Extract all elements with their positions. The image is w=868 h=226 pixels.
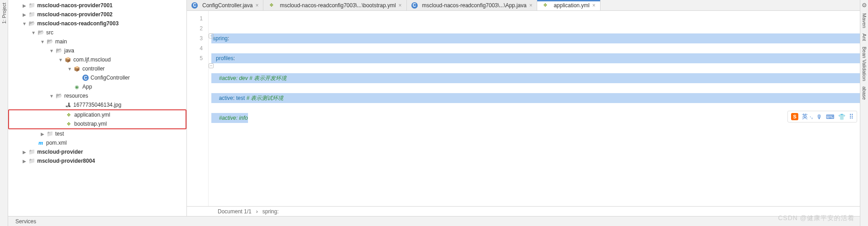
highlighted-files-box: application.yml bootstrap.yml — [8, 109, 186, 129]
tab-config-controller[interactable]: ConfigController.java× — [187, 0, 263, 10]
tree-node-file[interactable]: application.yml — [9, 110, 186, 119]
bottom-toolwindow-stripe: Services — [8, 216, 868, 226]
project-tool-tab[interactable]: 1: Project — [0, 0, 8, 26]
chevron-right-icon[interactable] — [39, 132, 46, 137]
tree-label: mscloud-provider8004 — [37, 158, 95, 164]
services-tool-tab[interactable]: Services — [15, 218, 36, 225]
ant-tool-tab[interactable]: Ant — [860, 31, 868, 44]
line-number: 4 — [187, 43, 203, 53]
ime-toolbar[interactable]: S 英 ·, 🎙 ⌨ 👕 ⠿ — [787, 111, 857, 122]
mic-icon[interactable]: 🎙 — [816, 113, 822, 120]
bean-validation-tool-tab[interactable]: Bean Validation — [860, 44, 868, 84]
tree-label: controller — [82, 66, 105, 72]
tree-node-package[interactable]: controller — [8, 64, 186, 73]
tree-label: pom.xml — [46, 140, 67, 146]
main-content: mscloud-nacos-provider7001 mscloud-nacos… — [8, 0, 868, 226]
tree-node-module[interactable]: mscloud-nacos-readconfig7003 — [8, 19, 186, 28]
runnable-class-icon — [73, 83, 81, 90]
code-comment: #active: info — [219, 115, 248, 121]
line-number: 5 — [187, 53, 203, 63]
abase-tool-tab[interactable]: abase — [860, 84, 868, 103]
code-token: spring — [213, 35, 228, 42]
tree-node-module[interactable]: mscloud-provider — [8, 147, 186, 156]
tab-bootstrap-yml[interactable]: mscloud-nacos-readconfig7003\...\bootstr… — [263, 0, 406, 10]
breadcrumb-item[interactable]: spring: — [262, 208, 279, 215]
chevron-right-icon[interactable] — [21, 159, 28, 164]
tree-node-folder[interactable]: src — [8, 28, 186, 37]
tree-label: application.yml — [74, 112, 110, 118]
tree-node-package[interactable]: com.ljf.mscloud — [8, 55, 186, 64]
left-toolwindow-stripe: 1: Project — [0, 0, 8, 226]
tree-node-file[interactable]: 1677735046134.jpg — [8, 100, 186, 109]
tab-label: ConfigController.java — [202, 2, 253, 9]
close-icon[interactable]: × — [255, 2, 258, 9]
chevron-down-icon[interactable] — [66, 66, 73, 71]
chevron-down-icon[interactable] — [30, 30, 37, 35]
keyboard-icon[interactable]: ⌨ — [826, 113, 835, 120]
line-number: 3 — [187, 33, 203, 43]
line-number: 2 — [187, 24, 203, 33]
chevron-down-icon[interactable] — [48, 48, 55, 53]
tree-node-folder[interactable]: test — [8, 129, 186, 138]
maven-tool-tab[interactable]: Maven — [860, 10, 868, 31]
tree-node-folder[interactable]: main — [8, 37, 186, 46]
folder-open-icon — [37, 29, 44, 36]
tree-label: java — [64, 47, 74, 54]
line-number: 1 — [187, 14, 203, 24]
package-icon — [73, 65, 81, 72]
editor-tabs: ConfigController.java× mscloud-nacos-rea… — [187, 0, 868, 11]
class-icon — [191, 2, 198, 9]
code-token: : — [228, 35, 229, 42]
tree-label: App — [82, 84, 92, 90]
tree-node-file[interactable]: bootstrap.yml — [9, 119, 186, 128]
right-toolwindow-stripe: ⚙ Maven Ant Bean Validation abase — [860, 0, 868, 226]
code-area[interactable]: − − spring: profiles: #active: dev # 表示开… — [209, 11, 868, 206]
close-icon[interactable]: × — [529, 2, 532, 9]
chevron-down-icon[interactable] — [48, 94, 55, 99]
code-comment: #active: dev # 表示开发环境 — [219, 75, 286, 81]
tree-node-class[interactable]: App — [8, 82, 186, 91]
tree-label: ConfigController — [91, 75, 130, 81]
gear-icon[interactable]: ⚙ — [862, 0, 867, 10]
tree-label: mscloud-nacos-provider7002 — [37, 11, 113, 18]
folder-icon — [28, 157, 35, 165]
tree-label: resources — [64, 93, 88, 99]
chevron-down-icon[interactable] — [57, 57, 64, 62]
resources-folder-icon — [55, 92, 62, 99]
tab-app-java[interactable]: mscloud-nacos-readconfig7003\...\App.jav… — [407, 0, 538, 10]
tree-node-module[interactable]: mscloud-nacos-provider7002 — [8, 10, 186, 19]
breadcrumb-separator: › — [256, 208, 258, 215]
fold-toggle-icon[interactable]: − — [209, 33, 214, 38]
tab-application-yml[interactable]: application.yml× — [537, 0, 600, 10]
chevron-down-icon[interactable] — [21, 21, 28, 26]
tree-node-class[interactable]: ConfigController — [8, 73, 186, 82]
code-comment: # 表示测试环境 — [245, 95, 283, 101]
document-tab-label[interactable]: Document 1/1 — [218, 208, 252, 215]
tree-node-folder[interactable]: java — [8, 46, 186, 55]
editor-body: 1 2 3 4 5 − − spring: profiles: #active:… — [187, 11, 868, 206]
class-icon — [411, 2, 418, 9]
chevron-right-icon[interactable] — [21, 150, 28, 155]
ime-mode-label[interactable]: 英 ·, — [802, 113, 813, 121]
chevron-right-icon[interactable] — [21, 12, 28, 17]
tree-node-module[interactable]: mscloud-nacos-provider7001 — [8, 1, 186, 10]
tree-node-module[interactable]: mscloud-provider8004 — [8, 156, 186, 165]
grid-icon[interactable]: ⠿ — [849, 113, 854, 120]
tree-label: main — [55, 38, 67, 45]
chevron-right-icon[interactable] — [21, 3, 28, 8]
yml-file-icon — [65, 120, 72, 127]
class-icon — [82, 75, 89, 81]
skin-icon[interactable]: 👕 — [838, 113, 845, 120]
close-icon[interactable]: × — [592, 2, 596, 9]
tree-label: 1677735046134.jpg — [73, 102, 121, 108]
tab-label: mscloud-nacos-readconfig7003\...\App.jav… — [422, 2, 527, 9]
folder-icon — [28, 11, 35, 18]
tree-node-file[interactable]: pom.xml — [8, 138, 186, 147]
fold-toggle-icon[interactable]: − — [209, 63, 214, 68]
close-icon[interactable]: × — [399, 2, 402, 9]
tree-label: bootstrap.yml — [74, 121, 107, 127]
code-token: : — [234, 55, 235, 61]
breadcrumb-bar: Document 1/1 › spring: — [187, 206, 868, 216]
chevron-down-icon[interactable] — [39, 39, 46, 44]
tree-node-folder[interactable]: resources — [8, 91, 186, 100]
